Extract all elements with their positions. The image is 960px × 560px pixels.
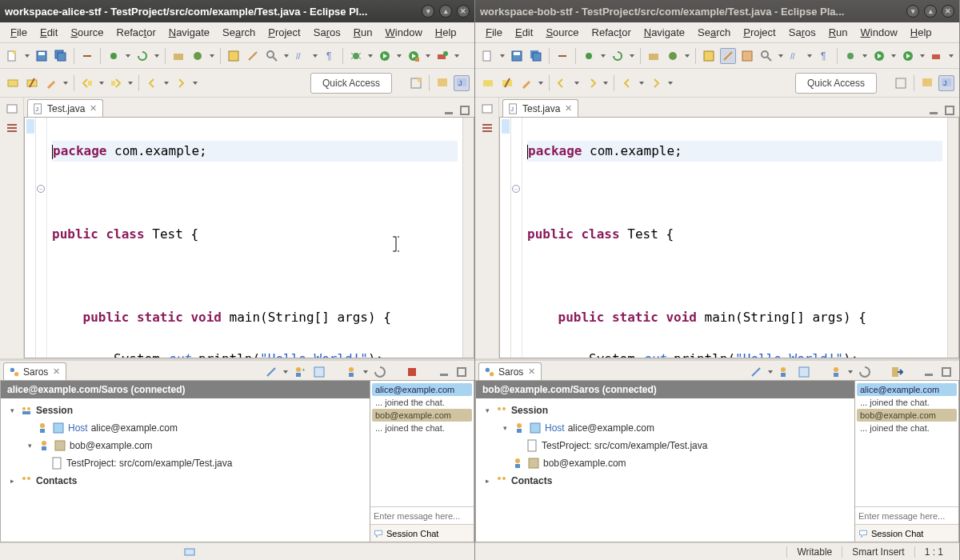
maximize-button[interactable]: ▴ <box>924 5 937 18</box>
link-icon[interactable] <box>79 48 95 64</box>
tree-session[interactable]: ▾ Session <box>1 402 370 419</box>
new-package-icon[interactable] <box>646 48 662 64</box>
expand-icon[interactable]: ▸ <box>482 476 492 486</box>
forward-icon[interactable] <box>173 75 189 91</box>
resource-persp-icon[interactable] <box>434 75 450 91</box>
open-perspective-icon[interactable] <box>893 75 909 91</box>
tab-close-icon[interactable]: ✕ <box>563 104 573 114</box>
pilcrow-icon[interactable]: ¶ <box>816 48 832 64</box>
tree-host[interactable]: Host alice@example.com <box>1 419 370 437</box>
minimized-view-icon[interactable] <box>481 102 494 115</box>
menu-project[interactable]: Project <box>738 24 781 41</box>
new-class-icon[interactable] <box>665 48 681 64</box>
view-maximize-icon[interactable] <box>940 366 953 378</box>
edit-dropdown[interactable] <box>62 75 69 91</box>
close-task-icon[interactable] <box>499 75 515 91</box>
minimized-view-icon[interactable] <box>6 102 18 115</box>
view-maximize-icon[interactable] <box>455 366 468 378</box>
quick-access[interactable]: Quick Access <box>795 73 877 94</box>
collapse-icon[interactable]: ▾ <box>7 406 17 415</box>
code-area[interactable]: package com.example; public class Test {… <box>522 118 947 358</box>
back-icon[interactable] <box>144 75 160 91</box>
code-editor[interactable]: − package com.example; public class Test… <box>499 117 959 358</box>
connect-icon[interactable] <box>748 364 764 380</box>
menu-source[interactable]: Source <box>65 24 109 41</box>
code-editor[interactable]: − package com.example; public class Test… <box>24 117 474 358</box>
chat-tab[interactable]: Session Chat <box>855 524 958 542</box>
run-dropdown[interactable] <box>396 48 402 64</box>
wand-icon[interactable] <box>245 48 261 64</box>
next-annotation-icon[interactable] <box>108 75 124 91</box>
tree-file[interactable]: TestProject: src/com/example/Test.java <box>476 437 854 454</box>
menu-saros[interactable]: Saros <box>783 24 822 41</box>
menu-help[interactable]: Help <box>430 24 462 41</box>
new-dropdown[interactable] <box>24 48 30 64</box>
menu-file[interactable]: File <box>480 24 508 41</box>
follow-icon[interactable] <box>343 364 359 380</box>
minimize-view-icon[interactable] <box>442 104 455 117</box>
menu-saros[interactable]: Saros <box>308 24 346 41</box>
tree-contacts[interactable]: ▸ Contacts <box>476 472 854 490</box>
menu-run[interactable]: Run <box>823 24 854 41</box>
next-annotation-icon[interactable] <box>583 75 599 91</box>
menu-source[interactable]: Source <box>540 24 584 41</box>
new-package-icon[interactable] <box>170 48 186 64</box>
new-icon[interactable] <box>5 48 21 64</box>
pilcrow-icon[interactable]: ¶ <box>322 48 338 64</box>
add-contact-icon[interactable]: + <box>292 364 308 380</box>
run-last-icon[interactable] <box>900 48 916 64</box>
tree-host[interactable]: ▾ Host alice@example.com <box>476 419 854 437</box>
open-perspective-icon[interactable] <box>408 75 424 91</box>
menu-search[interactable]: Search <box>692 24 736 41</box>
resource-persp-icon[interactable] <box>919 75 935 91</box>
menu-window[interactable]: Window <box>380 24 428 41</box>
minimize-button[interactable]: ▾ <box>906 5 919 18</box>
refresh-dropdown[interactable] <box>154 48 160 64</box>
tree-contacts[interactable]: ▸ Contacts <box>1 472 370 490</box>
save-icon[interactable] <box>34 48 50 64</box>
add-contact-icon[interactable] <box>777 364 793 380</box>
collapse-icon[interactable]: ▾ <box>25 441 34 450</box>
saros-tree[interactable]: ▾ Session ▾ Host alice@example.com <box>476 398 854 542</box>
menu-search[interactable]: Search <box>217 24 261 41</box>
edit-icon[interactable] <box>518 75 534 91</box>
menu-run[interactable]: Run <box>348 24 378 41</box>
new-class-icon[interactable] <box>190 48 206 64</box>
stop-session-icon[interactable] <box>404 364 420 380</box>
chat-input[interactable] <box>370 506 474 524</box>
toggle-comment-icon[interactable]: // <box>787 48 803 64</box>
quick-access[interactable]: Quick Access <box>310 73 392 94</box>
back-dropdown[interactable] <box>163 75 170 91</box>
editor-tab[interactable]: J Test.java ✕ <box>27 99 103 117</box>
bug-dropdown[interactable] <box>367 48 374 64</box>
menu-navigate[interactable]: Navigate <box>638 24 690 41</box>
collapse-icon[interactable]: ▾ <box>500 423 510 433</box>
menu-refactor[interactable]: Refactor <box>586 24 637 41</box>
chat-input[interactable] <box>855 506 958 524</box>
fold-toggle-icon[interactable]: − <box>512 185 520 193</box>
leave-session-icon[interactable] <box>889 364 905 380</box>
debug-icon[interactable] <box>581 48 597 64</box>
search-icon[interactable] <box>758 48 774 64</box>
open-type-icon[interactable] <box>701 48 717 64</box>
mark-occurrences-icon[interactable] <box>739 48 755 64</box>
consistency-icon[interactable] <box>857 364 873 380</box>
tree-session[interactable]: ▾ Session <box>476 402 854 419</box>
overview-ruler[interactable] <box>947 118 958 358</box>
preferences-icon[interactable] <box>796 364 812 380</box>
search-dropdown[interactable] <box>283 48 290 64</box>
new-icon[interactable] <box>480 48 496 64</box>
toggle-comment-icon[interactable]: // <box>293 48 309 64</box>
search-icon[interactable] <box>264 48 280 64</box>
minimized-outline-icon[interactable] <box>481 122 494 134</box>
external-tools-icon[interactable] <box>929 48 945 64</box>
close-button[interactable]: ✕ <box>942 5 954 18</box>
java-persp-icon[interactable]: J <box>454 75 470 91</box>
follow-icon[interactable] <box>828 364 844 380</box>
consistency-icon[interactable] <box>372 364 388 380</box>
java-persp-icon[interactable]: J <box>938 75 954 91</box>
close-button[interactable]: ✕ <box>457 5 470 18</box>
view-minimize-icon[interactable] <box>922 366 935 378</box>
link-icon[interactable] <box>554 48 570 64</box>
saros-tree[interactable]: ▾ Session Host alice@example.com <box>1 398 370 542</box>
